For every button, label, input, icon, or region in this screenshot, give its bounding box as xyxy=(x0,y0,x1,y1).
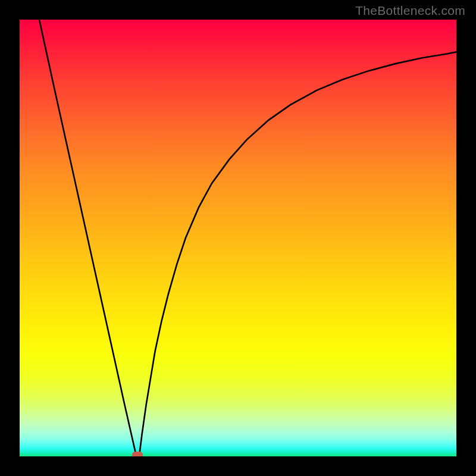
bottleneck-curve xyxy=(20,20,456,456)
watermark-text: TheBottleneck.com xyxy=(355,4,465,18)
plot-area xyxy=(20,20,456,456)
minimum-marker xyxy=(132,452,143,456)
chart-frame: TheBottleneck.com xyxy=(0,0,476,476)
